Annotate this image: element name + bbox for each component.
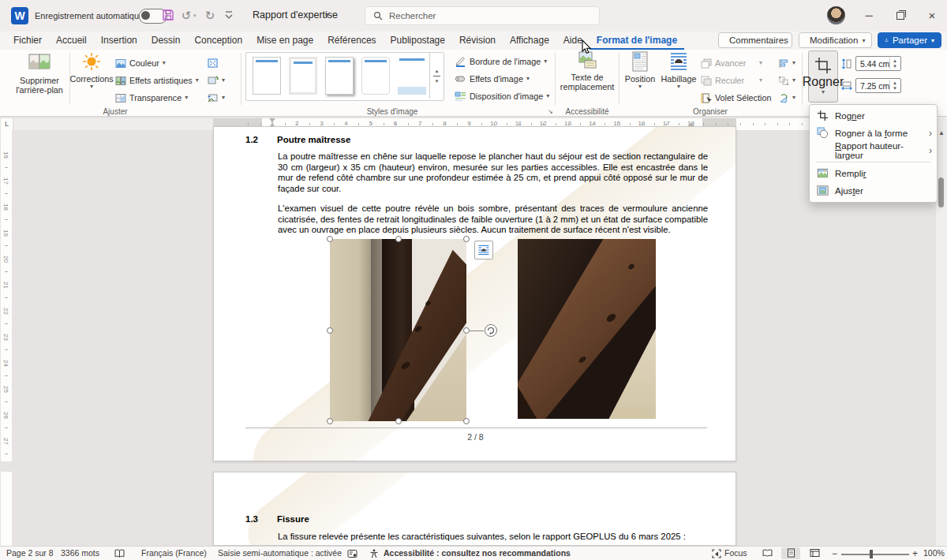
layout-options-button[interactable] xyxy=(474,241,493,259)
search-input[interactable]: Rechercher xyxy=(365,6,600,25)
selected-picture-wrapper[interactable] xyxy=(330,239,466,421)
page-2[interactable]: 1.3 Fissure La fissure relevée présente … xyxy=(213,472,736,546)
focus-label[interactable]: Focus xyxy=(724,548,747,558)
send-backward-button[interactable]: Reculer xyxy=(701,73,744,88)
word-logo-icon[interactable]: W xyxy=(11,7,28,24)
tab-publipostage[interactable]: Publipostage xyxy=(384,32,452,50)
document-title-chevron-icon[interactable]: ▾ xyxy=(325,10,329,19)
scroll-up-icon[interactable]: ▲ xyxy=(938,129,945,136)
beam-photo-left[interactable] xyxy=(330,239,466,421)
zoom-level[interactable]: 100% xyxy=(923,548,945,558)
picture-layout-button[interactable]: Disposition d'image▾ xyxy=(455,88,549,104)
resize-handle-sw[interactable] xyxy=(327,418,333,424)
menu-item-ajuster[interactable]: Ajuster xyxy=(810,182,937,200)
tab-dessin[interactable]: Dessin xyxy=(144,32,188,50)
reset-picture-button[interactable]: ▾ xyxy=(207,90,225,106)
wrap-text-button[interactable]: Habillage ▾ xyxy=(661,51,697,90)
menu-item-rogner-la-forme[interactable]: Rogner à la forme› xyxy=(810,125,937,142)
undo-icon[interactable]: ↺ xyxy=(178,8,194,24)
minimize-button[interactable]: ─ xyxy=(857,6,881,25)
tab-accueil[interactable]: Accueil xyxy=(49,32,94,50)
style-thumbnail-5[interactable] xyxy=(398,57,426,95)
autocomplete-indicator[interactable]: Saisie semi-automatique : activée xyxy=(218,548,342,558)
remove-background-button[interactable]: Supprimer l'arrière-plan xyxy=(11,51,68,95)
tab-format-de-l-image[interactable]: Format de l'image xyxy=(590,32,684,50)
shape-height-spinner[interactable]: ▲▼ xyxy=(889,58,900,69)
style-thumbnail-2[interactable] xyxy=(289,57,317,95)
resize-handle-e[interactable] xyxy=(463,327,470,334)
resize-handle-nw[interactable] xyxy=(327,236,333,242)
page-1[interactable]: 1.2 Poutre maîtresse La poutre maîtresse… xyxy=(213,126,736,461)
compress-picture-button[interactable] xyxy=(207,55,219,71)
proofing-icon[interactable] xyxy=(114,549,125,560)
beam-photo-right[interactable] xyxy=(518,239,656,419)
align-objects-button[interactable]: ▾ xyxy=(778,55,795,71)
read-mode-button[interactable] xyxy=(758,547,777,559)
zoom-slider-track[interactable] xyxy=(841,554,909,555)
tab-insertion[interactable]: Insertion xyxy=(94,32,144,50)
zoom-in-button[interactable]: + xyxy=(912,548,918,559)
accessibility-status[interactable]: Accessibilité : consultez nos recommanda… xyxy=(384,548,571,558)
tab-mise-en-page[interactable]: Mise en page xyxy=(249,32,320,50)
zoom-slider-thumb[interactable] xyxy=(870,550,873,558)
bring-forward-button[interactable]: Avancer xyxy=(701,55,746,71)
rotate-handle[interactable] xyxy=(484,323,498,338)
picture-border-button[interactable]: Bordure de l'image▾ xyxy=(455,54,547,69)
recorder-icon[interactable] xyxy=(347,549,357,560)
tab-conception[interactable]: Conception xyxy=(187,32,249,50)
resize-handle-ne[interactable] xyxy=(463,236,470,242)
gallery-more-button[interactable]: ▴▾ xyxy=(429,53,444,99)
account-avatar[interactable] xyxy=(827,6,845,24)
shape-width-field[interactable]: 7.25 cm ▲▼ xyxy=(855,78,901,93)
print-layout-button[interactable] xyxy=(781,547,800,559)
vertical-scrollbar[interactable]: ▲ xyxy=(936,117,947,546)
position-button[interactable]: Position ▾ xyxy=(623,51,657,90)
resize-handle-se[interactable] xyxy=(463,418,470,424)
corrections-chevron-icon: ▾ xyxy=(90,84,93,90)
editing-mode-button[interactable]: Modification ▾ xyxy=(799,32,872,48)
zoom-out-button[interactable]: − xyxy=(832,548,837,559)
focus-icon[interactable] xyxy=(712,549,721,560)
comments-button[interactable]: Commentaires xyxy=(718,32,792,48)
picture-effects-button[interactable]: Effets d'image▾ xyxy=(455,71,530,87)
save-icon[interactable] xyxy=(161,8,175,22)
share-button[interactable]: Partager ▾ xyxy=(878,32,941,48)
redo-icon[interactable]: ↻ xyxy=(202,8,218,24)
menu-item-rogner[interactable]: Rogner xyxy=(810,107,937,125)
selection-pane-button[interactable]: Volet Sélection xyxy=(701,90,771,106)
resize-handle-n[interactable] xyxy=(395,236,402,242)
tab-affichage[interactable]: Affichage xyxy=(503,32,556,50)
tab-fichier[interactable]: Fichier xyxy=(6,32,49,50)
scrollbar-thumb[interactable] xyxy=(938,177,944,207)
style-thumbnail-1[interactable] xyxy=(253,57,281,95)
group-objects-button[interactable]: ▾ xyxy=(778,73,795,88)
resize-handle-w[interactable] xyxy=(327,327,333,334)
tab-r-vision[interactable]: Révision xyxy=(452,32,503,50)
accessibility-icon[interactable] xyxy=(369,549,379,560)
close-button[interactable]: × xyxy=(920,6,944,25)
rotate-objects-button[interactable]: ▾ xyxy=(778,90,795,106)
transparency-button[interactable]: Transparence▾ xyxy=(115,90,188,106)
tab-stop-selector[interactable]: L xyxy=(1,118,13,130)
menu-item-rapport-hauteur-largeur[interactable]: Rapport hauteur-largeur› xyxy=(810,142,937,159)
undo-chevron-icon[interactable]: ▾ xyxy=(193,13,197,19)
vertical-ruler[interactable]: 161718192021222324252627 xyxy=(0,130,13,546)
tab-r-f-rences[interactable]: Références xyxy=(320,32,383,50)
resize-handle-s[interactable] xyxy=(395,418,402,424)
language-indicator[interactable]: Français (France) xyxy=(141,548,207,558)
word-count[interactable]: 3366 mots xyxy=(61,548,99,558)
style-thumbnail-4[interactable] xyxy=(361,57,390,95)
crop-button[interactable]: Rogner ▾ xyxy=(808,50,838,103)
artistic-effects-button[interactable]: Effets artistiques▾ xyxy=(115,73,199,88)
page-indicator[interactable]: Page 2 sur 8 xyxy=(6,548,54,558)
quick-access-overflow-icon[interactable] xyxy=(224,9,234,24)
change-picture-button[interactable]: ▾ xyxy=(207,73,225,88)
shape-height-field[interactable]: 5.44 cm ▲▼ xyxy=(855,56,901,71)
shape-width-spinner[interactable]: ▲▼ xyxy=(889,80,900,91)
restore-button[interactable] xyxy=(889,6,912,25)
menu-item-remplir[interactable]: Remplir xyxy=(810,165,937,182)
web-layout-button[interactable] xyxy=(805,547,824,559)
style-thumbnail-3[interactable] xyxy=(325,57,354,95)
corrections-button[interactable]: Corrections ▾ xyxy=(73,51,110,90)
color-button[interactable]: Couleur▾ xyxy=(115,55,166,71)
